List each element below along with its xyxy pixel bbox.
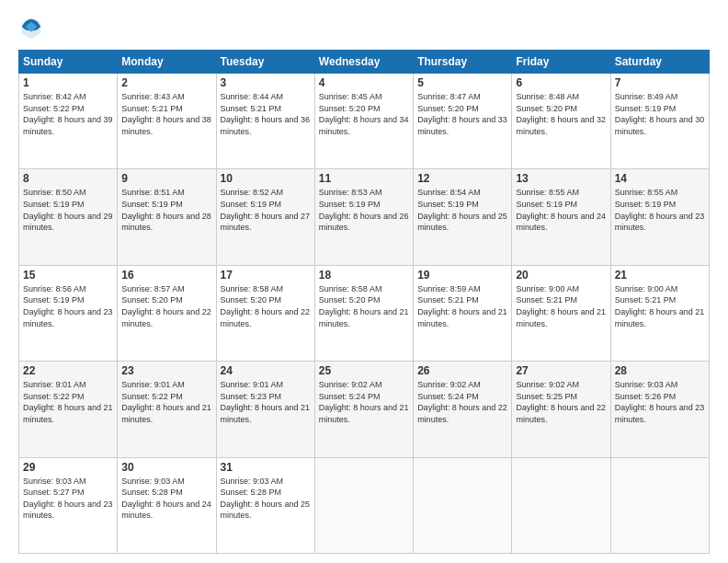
day-number: 7: [615, 76, 705, 89]
day-info: Sunrise: 9:02 AMSunset: 5:24 PMDaylight:…: [417, 379, 507, 425]
calendar-cell: 7Sunrise: 8:49 AMSunset: 5:19 PMDaylight…: [610, 74, 709, 169]
day-info: Sunrise: 8:55 AMSunset: 5:19 PMDaylight:…: [615, 187, 705, 233]
day-info: Sunrise: 8:56 AMSunset: 5:19 PMDaylight:…: [23, 283, 113, 329]
day-number: 13: [516, 172, 606, 185]
day-info: Sunrise: 8:44 AMSunset: 5:21 PMDaylight:…: [221, 91, 311, 137]
calendar-cell: 20Sunrise: 9:00 AMSunset: 5:21 PMDayligh…: [512, 265, 610, 361]
day-number: 19: [417, 269, 507, 282]
calendar-cell: 9Sunrise: 8:51 AMSunset: 5:19 PMDaylight…: [118, 169, 216, 265]
day-info: Sunrise: 8:59 AMSunset: 5:21 PMDaylight:…: [417, 283, 507, 329]
day-info: Sunrise: 9:00 AMSunset: 5:21 PMDaylight:…: [615, 283, 705, 329]
calendar-cell: 14Sunrise: 8:55 AMSunset: 5:19 PMDayligh…: [610, 169, 709, 265]
day-number: 20: [516, 269, 606, 282]
day-number: 18: [319, 269, 409, 282]
calendar-week-5: 29Sunrise: 9:03 AMSunset: 5:27 PMDayligh…: [19, 457, 710, 553]
day-number: 11: [319, 172, 409, 185]
day-number: 16: [121, 269, 211, 282]
logo: [18, 15, 48, 40]
header: [18, 15, 710, 40]
calendar-cell: 12Sunrise: 8:54 AMSunset: 5:19 PMDayligh…: [414, 169, 512, 265]
calendar-cell: 1Sunrise: 8:42 AMSunset: 5:22 PMDaylight…: [19, 74, 118, 169]
day-info: Sunrise: 9:01 AMSunset: 5:22 PMDaylight:…: [121, 379, 211, 425]
calendar-cell: 31Sunrise: 9:03 AMSunset: 5:28 PMDayligh…: [216, 457, 314, 553]
calendar-body: 1Sunrise: 8:42 AMSunset: 5:22 PMDaylight…: [19, 74, 710, 554]
day-number: 10: [221, 172, 311, 185]
calendar-cell: 18Sunrise: 8:58 AMSunset: 5:20 PMDayligh…: [314, 265, 413, 361]
day-number: 30: [121, 461, 211, 474]
day-header-tuesday: Tuesday: [216, 51, 314, 74]
day-number: 17: [221, 269, 311, 282]
calendar-cell: 22Sunrise: 9:01 AMSunset: 5:22 PMDayligh…: [19, 362, 118, 457]
day-header-saturday: Saturday: [610, 51, 709, 74]
day-number: 3: [221, 76, 311, 89]
day-number: 24: [221, 364, 311, 377]
day-info: Sunrise: 8:54 AMSunset: 5:19 PMDaylight:…: [417, 187, 507, 233]
day-info: Sunrise: 9:03 AMSunset: 5:28 PMDaylight:…: [121, 476, 211, 522]
calendar-cell: [610, 457, 709, 553]
calendar-cell: 5Sunrise: 8:47 AMSunset: 5:20 PMDaylight…: [414, 74, 512, 169]
day-number: 1: [23, 76, 113, 89]
day-info: Sunrise: 8:55 AMSunset: 5:19 PMDaylight:…: [516, 187, 606, 233]
day-info: Sunrise: 9:00 AMSunset: 5:21 PMDaylight:…: [516, 283, 606, 329]
day-number: 12: [417, 172, 507, 185]
calendar-cell: 8Sunrise: 8:50 AMSunset: 5:19 PMDaylight…: [19, 169, 118, 265]
day-number: 5: [417, 76, 507, 89]
day-info: Sunrise: 8:43 AMSunset: 5:21 PMDaylight:…: [121, 91, 211, 137]
day-info: Sunrise: 8:47 AMSunset: 5:20 PMDaylight:…: [417, 91, 507, 137]
calendar-cell: 30Sunrise: 9:03 AMSunset: 5:28 PMDayligh…: [118, 457, 216, 553]
day-info: Sunrise: 8:48 AMSunset: 5:20 PMDaylight:…: [516, 91, 606, 137]
day-number: 31: [221, 461, 311, 474]
day-number: 27: [516, 364, 606, 377]
day-number: 25: [319, 364, 409, 377]
calendar-cell: 28Sunrise: 9:03 AMSunset: 5:26 PMDayligh…: [610, 362, 709, 457]
day-info: Sunrise: 9:02 AMSunset: 5:25 PMDaylight:…: [516, 379, 606, 425]
day-number: 14: [615, 172, 705, 185]
day-info: Sunrise: 9:03 AMSunset: 5:27 PMDaylight:…: [23, 476, 113, 522]
day-header-thursday: Thursday: [414, 51, 512, 74]
day-header-friday: Friday: [512, 51, 610, 74]
day-info: Sunrise: 8:42 AMSunset: 5:22 PMDaylight:…: [23, 91, 113, 137]
day-info: Sunrise: 8:49 AMSunset: 5:19 PMDaylight:…: [615, 91, 705, 137]
header-row: SundayMondayTuesdayWednesdayThursdayFrid…: [19, 51, 710, 74]
calendar-cell: [414, 457, 512, 553]
calendar-cell: 16Sunrise: 8:57 AMSunset: 5:20 PMDayligh…: [118, 265, 216, 361]
day-number: 2: [121, 76, 211, 89]
day-number: 22: [23, 364, 113, 377]
day-number: 23: [121, 364, 211, 377]
calendar-cell: 10Sunrise: 8:52 AMSunset: 5:19 PMDayligh…: [216, 169, 314, 265]
day-info: Sunrise: 8:50 AMSunset: 5:19 PMDaylight:…: [23, 187, 113, 233]
calendar-cell: 27Sunrise: 9:02 AMSunset: 5:25 PMDayligh…: [512, 362, 610, 457]
day-header-wednesday: Wednesday: [314, 51, 413, 74]
day-info: Sunrise: 8:58 AMSunset: 5:20 PMDaylight:…: [319, 283, 409, 329]
calendar-week-4: 22Sunrise: 9:01 AMSunset: 5:22 PMDayligh…: [19, 362, 710, 457]
calendar-cell: 17Sunrise: 8:58 AMSunset: 5:20 PMDayligh…: [216, 265, 314, 361]
day-info: Sunrise: 9:03 AMSunset: 5:28 PMDaylight:…: [221, 476, 311, 522]
day-number: 8: [23, 172, 113, 185]
day-info: Sunrise: 9:02 AMSunset: 5:24 PMDaylight:…: [319, 379, 409, 425]
day-info: Sunrise: 8:57 AMSunset: 5:20 PMDaylight:…: [121, 283, 211, 329]
calendar-cell: 13Sunrise: 8:55 AMSunset: 5:19 PMDayligh…: [512, 169, 610, 265]
calendar-week-3: 15Sunrise: 8:56 AMSunset: 5:19 PMDayligh…: [19, 265, 710, 361]
day-number: 28: [615, 364, 705, 377]
calendar-cell: 3Sunrise: 8:44 AMSunset: 5:21 PMDaylight…: [216, 74, 314, 169]
day-info: Sunrise: 9:01 AMSunset: 5:22 PMDaylight:…: [23, 379, 113, 425]
day-info: Sunrise: 8:53 AMSunset: 5:19 PMDaylight:…: [319, 187, 409, 233]
calendar-cell: 24Sunrise: 9:01 AMSunset: 5:23 PMDayligh…: [216, 362, 314, 457]
day-info: Sunrise: 8:45 AMSunset: 5:20 PMDaylight:…: [319, 91, 409, 137]
calendar-cell: 2Sunrise: 8:43 AMSunset: 5:21 PMDaylight…: [118, 74, 216, 169]
calendar-cell: 11Sunrise: 8:53 AMSunset: 5:19 PMDayligh…: [314, 169, 413, 265]
day-number: 29: [23, 461, 113, 474]
calendar-cell: 15Sunrise: 8:56 AMSunset: 5:19 PMDayligh…: [19, 265, 118, 361]
day-info: Sunrise: 8:52 AMSunset: 5:19 PMDaylight:…: [221, 187, 311, 233]
day-info: Sunrise: 9:01 AMSunset: 5:23 PMDaylight:…: [221, 379, 311, 425]
calendar-cell: 6Sunrise: 8:48 AMSunset: 5:20 PMDaylight…: [512, 74, 610, 169]
calendar-cell: 25Sunrise: 9:02 AMSunset: 5:24 PMDayligh…: [314, 362, 413, 457]
day-number: 6: [516, 76, 606, 89]
day-number: 15: [23, 269, 113, 282]
day-number: 21: [615, 269, 705, 282]
calendar-cell: 4Sunrise: 8:45 AMSunset: 5:20 PMDaylight…: [314, 74, 413, 169]
day-number: 9: [121, 172, 211, 185]
calendar-week-1: 1Sunrise: 8:42 AMSunset: 5:22 PMDaylight…: [19, 74, 710, 169]
day-number: 26: [417, 364, 507, 377]
calendar-cell: 23Sunrise: 9:01 AMSunset: 5:22 PMDayligh…: [118, 362, 216, 457]
